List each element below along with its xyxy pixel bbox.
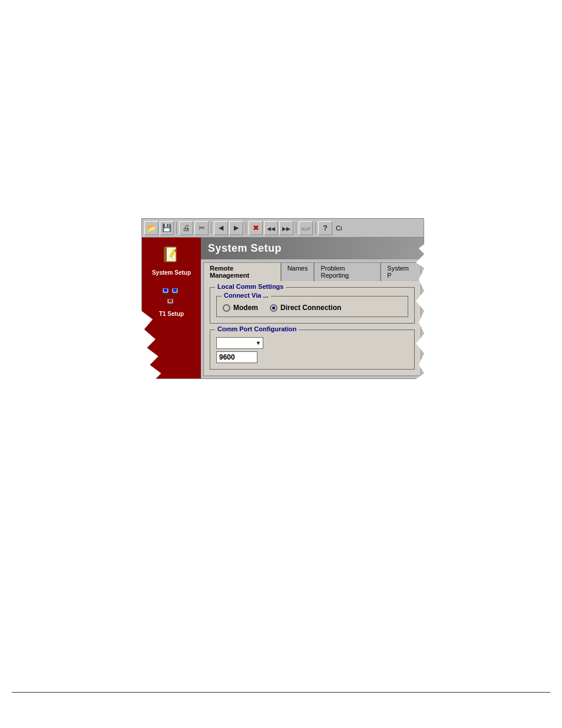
delete-button[interactable]: [249, 221, 263, 235]
radio-direct-label: Direct Connection: [280, 304, 341, 312]
window-body: System Setup: [141, 237, 424, 379]
toolbar-separator-4: [296, 222, 296, 234]
save-icon: [162, 223, 171, 232]
radio-modem[interactable]: Modem: [223, 304, 258, 312]
toolbar-separator-2: [211, 222, 211, 234]
window-title: System Setup: [201, 238, 424, 259]
system-setup-label: System Setup: [152, 269, 191, 276]
sidebar-item-system-setup[interactable]: System Setup: [152, 243, 191, 276]
network-icon: [160, 285, 183, 308]
tab-remote-management[interactable]: Remote Management: [203, 262, 281, 281]
svg-rect-12: [173, 294, 177, 295]
svg-rect-16: [168, 305, 173, 305]
main-content: System Setup Remote Management Names Pro…: [201, 238, 424, 378]
connect-via-group: Connect Via ... Modem Di: [216, 296, 408, 317]
cut-button[interactable]: [194, 221, 209, 235]
svg-rect-6: [164, 289, 167, 292]
port-dropdown[interactable]: ▼: [216, 337, 263, 349]
svg-line-18: [172, 295, 175, 299]
comm-row: ▼: [216, 337, 408, 349]
tab-panel-remote-management: Local Comm Settings Connect Via ... Mode…: [203, 281, 421, 376]
delete-icon: [253, 223, 259, 232]
toolbar: Ci: [141, 218, 424, 237]
stop-button[interactable]: [299, 221, 313, 235]
radio-direct[interactable]: Direct Connection: [270, 304, 341, 312]
stop-icon: [301, 225, 310, 232]
save-button[interactable]: [160, 221, 174, 235]
comm-port-config-legend: Comm Port Configuration: [215, 325, 299, 332]
toolbar-separator-5: [315, 222, 316, 234]
baud-rate-value: 9600: [219, 353, 235, 361]
tab-system[interactable]: System P: [381, 262, 421, 281]
back2-icon: [267, 225, 275, 232]
sidebar-item-t1-setup[interactable]: T1 Setup: [159, 285, 184, 317]
print-icon: [183, 223, 190, 232]
forward2-button[interactable]: [279, 221, 293, 235]
svg-rect-8: [163, 294, 168, 295]
tab-problem-reporting[interactable]: Problem Reporting: [314, 262, 381, 281]
connect-via-legend: Connect Via ...: [222, 292, 271, 299]
notebook-icon: [160, 243, 183, 267]
forward2-icon: [282, 225, 290, 232]
toolbar-text: Ci: [336, 225, 342, 232]
tab-names[interactable]: Names: [281, 262, 315, 281]
baud-rate-dropdown[interactable]: 9600: [216, 351, 257, 363]
svg-line-17: [166, 295, 170, 299]
help-button[interactable]: [318, 221, 332, 235]
print-button[interactable]: [179, 221, 193, 235]
help-icon: [323, 223, 328, 232]
comm-port-config-group: Comm Port Configuration ▼ 9600: [210, 330, 415, 370]
local-comm-settings-group: Local Comm Settings Connect Via ... Mode…: [210, 287, 415, 324]
back-button[interactable]: [214, 221, 228, 235]
cut-icon: [199, 223, 205, 232]
forward-icon: [234, 224, 239, 232]
forward-button[interactable]: [229, 221, 243, 235]
svg-rect-10: [173, 289, 177, 292]
back2-button[interactable]: [264, 221, 278, 235]
main-window: Ci: [141, 218, 424, 379]
svg-rect-7: [164, 293, 166, 294]
svg-rect-14: [168, 299, 172, 302]
svg-rect-11: [174, 293, 176, 294]
svg-point-4: [175, 249, 177, 252]
local-comm-settings-legend: Local Comm Settings: [215, 283, 286, 290]
t1-setup-label: T1 Setup: [159, 311, 184, 317]
bottom-separator: [12, 692, 550, 693]
baud-row: 9600: [216, 351, 408, 363]
tabs-bar: Remote Management Names Problem Reportin…: [201, 259, 424, 281]
toolbar-separator-1: [176, 222, 177, 234]
open-button[interactable]: [144, 221, 158, 235]
radio-modem-circle: [223, 304, 230, 312]
sidebar: System Setup: [142, 238, 201, 378]
dropdown-arrow-icon: ▼: [256, 340, 261, 346]
radio-direct-circle: [270, 304, 277, 312]
svg-rect-15: [169, 304, 171, 305]
svg-rect-1: [164, 247, 167, 262]
page-container: Ci: [0, 0, 562, 728]
radio-modem-label: Modem: [233, 304, 258, 312]
toolbar-separator-3: [246, 222, 246, 234]
radio-row: Modem Direct Connection: [223, 304, 402, 312]
back-icon: [219, 224, 223, 232]
folder-icon: [147, 223, 156, 232]
